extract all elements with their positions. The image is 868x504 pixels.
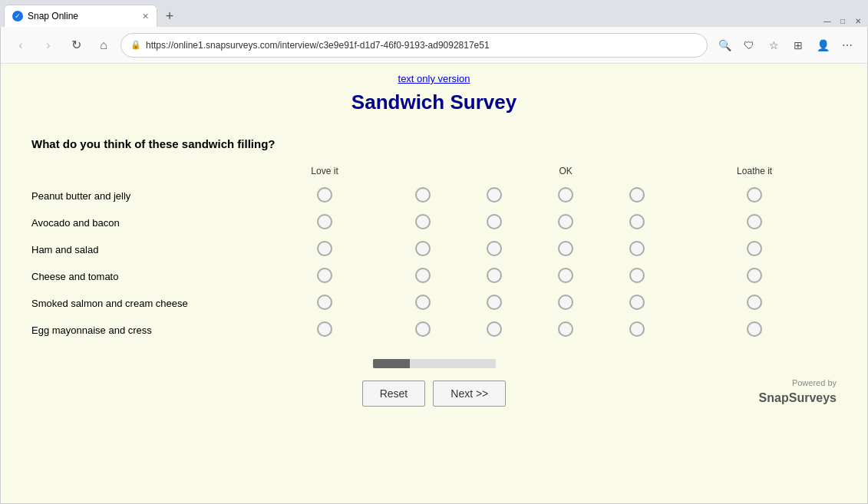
radio-button[interactable] bbox=[415, 268, 431, 283]
radio-cell[interactable] bbox=[388, 317, 459, 344]
radio-button[interactable] bbox=[747, 295, 762, 310]
radio-cell[interactable] bbox=[262, 263, 388, 290]
radio-cell[interactable] bbox=[388, 290, 459, 317]
radio-cell[interactable] bbox=[672, 209, 837, 236]
radio-button[interactable] bbox=[415, 241, 431, 256]
radio-button[interactable] bbox=[415, 321, 431, 337]
radio-cell[interactable] bbox=[672, 317, 837, 344]
radio-button[interactable] bbox=[317, 321, 332, 337]
forward-button[interactable]: › bbox=[38, 35, 59, 56]
radio-button[interactable] bbox=[487, 321, 502, 337]
radio-cell[interactable] bbox=[262, 236, 388, 263]
browser-frame: ✓ Snap Online ✕ + — □ ✕ ‹ › ↻ ⌂ 🔒 https:… bbox=[0, 0, 868, 504]
active-tab[interactable]: ✓ Snap Online ✕ bbox=[4, 5, 157, 28]
favorites-icon[interactable]: ☆ bbox=[763, 35, 784, 56]
radio-button[interactable] bbox=[747, 241, 762, 256]
tab-close-button[interactable]: ✕ bbox=[142, 12, 149, 21]
close-button[interactable]: ✕ bbox=[852, 15, 864, 28]
page-content: text only version Sandwich Survey What d… bbox=[1, 64, 867, 503]
table-row: Egg mayonnaise and cress bbox=[31, 317, 837, 344]
reset-button[interactable]: Reset bbox=[362, 380, 426, 407]
radio-button[interactable] bbox=[558, 187, 573, 203]
settings-icon[interactable]: ⋯ bbox=[837, 35, 858, 56]
radio-cell[interactable] bbox=[459, 236, 530, 263]
radio-button[interactable] bbox=[747, 321, 762, 337]
radio-cell[interactable] bbox=[672, 290, 837, 317]
radio-cell[interactable] bbox=[601, 290, 672, 317]
survey-title: Sandwich Survey bbox=[31, 91, 837, 114]
radio-cell[interactable] bbox=[262, 290, 388, 317]
radio-button[interactable] bbox=[629, 187, 645, 203]
radio-button[interactable] bbox=[629, 295, 645, 310]
radio-cell[interactable] bbox=[601, 236, 672, 263]
radio-cell[interactable] bbox=[459, 183, 530, 209]
radio-button[interactable] bbox=[747, 187, 762, 203]
next-button[interactable]: Next >> bbox=[433, 380, 506, 407]
radio-button[interactable] bbox=[487, 268, 502, 283]
progress-bar-bg bbox=[373, 359, 496, 368]
home-button[interactable]: ⌂ bbox=[93, 35, 114, 56]
radio-button[interactable] bbox=[629, 321, 645, 337]
table-row: Cheese and tomato bbox=[31, 263, 837, 290]
minimize-button[interactable]: — bbox=[821, 15, 833, 28]
radio-cell[interactable] bbox=[601, 209, 672, 236]
text-only-link[interactable]: text only version bbox=[31, 64, 837, 91]
radio-cell[interactable] bbox=[262, 317, 388, 344]
col-header-love-it: Love it bbox=[262, 166, 388, 183]
radio-button[interactable] bbox=[558, 321, 573, 337]
zoom-icon[interactable]: 🔍 bbox=[714, 35, 735, 56]
radio-button[interactable] bbox=[747, 268, 762, 283]
radio-button[interactable] bbox=[558, 295, 573, 310]
radio-cell[interactable] bbox=[262, 183, 388, 209]
shield-icon[interactable]: 🛡 bbox=[738, 35, 760, 56]
radio-cell[interactable] bbox=[459, 290, 530, 317]
radio-cell[interactable] bbox=[530, 317, 602, 344]
radio-button[interactable] bbox=[317, 214, 332, 229]
radio-button[interactable] bbox=[629, 214, 645, 229]
radio-button[interactable] bbox=[317, 295, 332, 310]
radio-button[interactable] bbox=[415, 187, 431, 203]
radio-button[interactable] bbox=[317, 268, 332, 283]
radio-cell[interactable] bbox=[672, 263, 837, 290]
radio-cell[interactable] bbox=[672, 183, 837, 209]
url-bar[interactable]: 🔒 https://online1.snapsurveys.com/interv… bbox=[120, 33, 708, 58]
radio-cell[interactable] bbox=[672, 236, 837, 263]
radio-cell[interactable] bbox=[530, 290, 602, 317]
radio-cell[interactable] bbox=[388, 263, 459, 290]
radio-cell[interactable] bbox=[388, 183, 459, 209]
radio-button[interactable] bbox=[317, 241, 332, 256]
radio-cell[interactable] bbox=[530, 263, 602, 290]
radio-cell[interactable] bbox=[459, 263, 530, 290]
radio-button[interactable] bbox=[487, 214, 502, 229]
profile-icon[interactable]: 👤 bbox=[812, 35, 833, 56]
back-button[interactable]: ‹ bbox=[10, 35, 31, 56]
tab-favicon: ✓ bbox=[12, 11, 23, 21]
radio-cell[interactable] bbox=[459, 209, 530, 236]
radio-cell[interactable] bbox=[530, 209, 602, 236]
radio-button[interactable] bbox=[487, 241, 502, 256]
radio-button[interactable] bbox=[317, 187, 332, 203]
radio-button[interactable] bbox=[558, 214, 573, 229]
maximize-button[interactable]: □ bbox=[837, 15, 849, 28]
radio-button[interactable] bbox=[487, 295, 502, 310]
refresh-button[interactable]: ↻ bbox=[65, 35, 87, 56]
radio-button[interactable] bbox=[558, 268, 573, 283]
radio-button[interactable] bbox=[415, 295, 431, 310]
radio-cell[interactable] bbox=[262, 209, 388, 236]
radio-cell[interactable] bbox=[601, 183, 672, 209]
new-tab-button[interactable]: + bbox=[159, 6, 180, 28]
radio-button[interactable] bbox=[487, 187, 502, 203]
radio-cell[interactable] bbox=[388, 236, 459, 263]
radio-cell[interactable] bbox=[530, 183, 602, 209]
radio-cell[interactable] bbox=[388, 209, 459, 236]
radio-button[interactable] bbox=[747, 214, 762, 229]
radio-cell[interactable] bbox=[601, 317, 672, 344]
radio-cell[interactable] bbox=[530, 236, 602, 263]
radio-cell[interactable] bbox=[601, 263, 672, 290]
radio-button[interactable] bbox=[415, 214, 431, 229]
collections-icon[interactable]: ⊞ bbox=[787, 35, 809, 56]
radio-cell[interactable] bbox=[459, 317, 530, 344]
radio-button[interactable] bbox=[629, 268, 645, 283]
radio-button[interactable] bbox=[629, 241, 645, 256]
radio-button[interactable] bbox=[558, 241, 573, 256]
